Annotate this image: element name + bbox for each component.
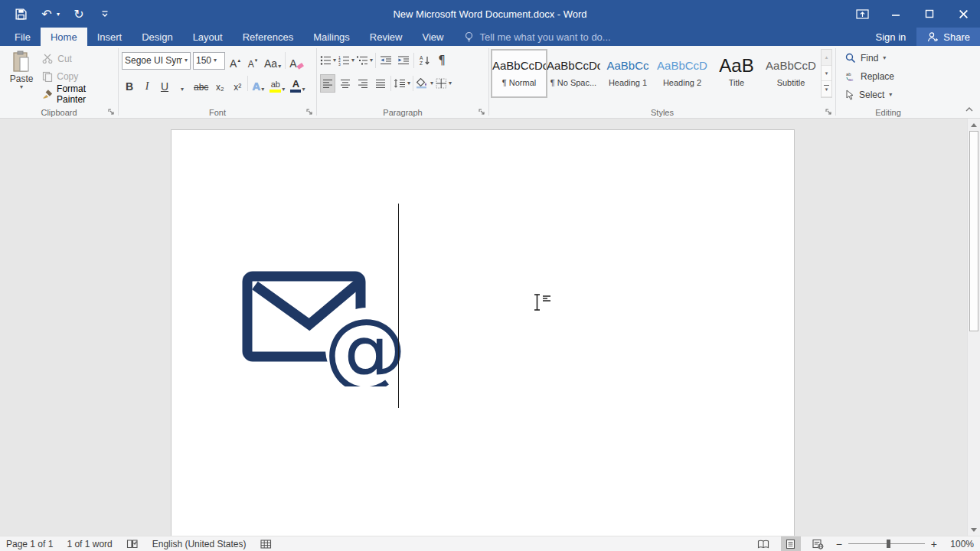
zoom-percentage[interactable]: 100% [945,539,974,549]
web-layout-button[interactable] [808,536,828,551]
italic-button[interactable]: I [139,74,155,93]
font-size-combo[interactable]: 150 ▾ [193,52,225,70]
clipboard-dialog-launcher[interactable] [106,107,116,116]
cut-button[interactable]: Cut [40,51,115,67]
word-count[interactable]: 1 of 1 word [67,536,112,551]
style-name: ¶ Normal [492,78,546,87]
tab-review[interactable]: Review [360,28,413,46]
show-hide-paragraph-button[interactable]: ¶ [434,51,449,70]
close-button[interactable] [946,0,980,28]
superscript-button[interactable]: x² [230,74,245,93]
share-button[interactable]: Share [916,28,980,46]
clear-formatting-button[interactable]: A [288,51,305,70]
align-center-button[interactable] [338,74,353,93]
font-dialog-launcher[interactable] [305,107,314,116]
sign-in-button[interactable]: Sign in [865,28,917,46]
bullets-button[interactable]: ▾ [320,51,336,70]
redo-button[interactable]: ↻ [67,3,90,24]
style-preview: AaBbCcD [655,54,709,78]
scrollbar-thumb[interactable] [969,131,978,331]
numbering-button[interactable]: 1 2 3 ▾ [338,51,354,70]
tab-view[interactable]: View [412,28,453,46]
maximize-button[interactable] [913,0,946,28]
font-color-caret: ▾ [302,86,305,93]
tab-insert[interactable]: Insert [87,28,132,46]
style-heading-1[interactable]: AaBbCc Heading 1 [601,51,655,96]
tab-home[interactable]: Home [41,28,87,46]
tab-design[interactable]: Design [132,28,182,46]
format-painter-button[interactable]: Format Painter [40,86,115,102]
underline-button[interactable]: U [157,74,172,93]
find-button[interactable]: Find ▾ [839,50,937,67]
justify-button[interactable] [373,74,388,93]
undo-dropdown[interactable]: ▾ [57,11,64,18]
sort-button[interactable]: A Z [416,51,432,70]
paste-button[interactable]: Paste ▾ [3,49,40,106]
zoom-out-button[interactable]: − [836,539,842,549]
bold-button[interactable]: B [122,74,137,93]
styles-scroll-down[interactable]: ▾ [822,66,831,82]
tab-mailings[interactable]: Mailings [303,28,360,46]
document-page[interactable]: @ [171,129,795,536]
styles-scroll-up[interactable]: ▴ [822,50,831,66]
zoom-in-button[interactable]: + [931,539,937,549]
paragraph-dialog-launcher[interactable] [477,107,486,116]
grow-font-button[interactable]: A▴ [227,51,243,70]
ribbon-display-options-button[interactable] [845,0,879,28]
styles-dialog-launcher[interactable] [824,107,833,116]
undo-button[interactable]: ↶ [35,3,58,24]
borders-button[interactable]: ▾ [436,74,452,93]
scroll-down-button[interactable] [968,523,980,536]
shrink-font-button[interactable]: A▾ [245,51,260,70]
decrease-indent-button[interactable] [378,51,394,70]
font-color-button[interactable]: A ▾ [289,74,306,93]
tab-file[interactable]: File [5,28,41,46]
line-spacing-caret: ▾ [407,80,410,86]
subscript-button[interactable]: x₂ [212,74,227,93]
align-right-button[interactable] [355,74,371,93]
style-name: Heading 1 [601,78,655,87]
strikethrough-button[interactable]: abc [192,74,210,93]
zoom-slider-handle[interactable] [887,540,890,548]
vertical-scrollbar[interactable] [967,119,980,536]
replace-button[interactable]: ab ac Replace [839,68,937,85]
style-heading-2[interactable]: AaBbCcD Heading 2 [655,51,709,96]
zoom-slider[interactable] [848,543,925,544]
line-spacing-button[interactable]: ▾ [394,74,410,93]
zoom-controls: − + [836,539,937,549]
style-subtitle[interactable]: AaBbCcD Subtitle [764,51,818,96]
style-title[interactable]: AaB Title [710,51,763,96]
select-button[interactable]: Select ▾ [839,86,937,103]
highlight-button[interactable]: ab ▾ [268,74,286,93]
text-effects-button[interactable]: A▾ [250,74,266,93]
font-name-combo[interactable]: Segoe UI Symb ▾ [122,52,191,70]
title-bar: ↶ ▾ ↻ New Microsoft Word Document.docx -… [0,0,980,28]
underline-dropdown[interactable]: ▾ [175,74,190,93]
page-indicator[interactable]: Page 1 of 1 [6,536,53,551]
language-indicator[interactable]: English (United States) [152,536,247,551]
save-button[interactable] [9,3,32,24]
shading-button[interactable]: ▾ [416,74,433,93]
copy-button[interactable]: Copy [40,68,115,84]
keyboard-grid-indicator[interactable] [260,536,272,551]
read-mode-button[interactable] [753,536,773,551]
print-layout-button[interactable] [781,536,801,551]
change-case-button[interactable]: Aa▾ [263,51,283,70]
style-no-spacing[interactable]: AaBbCcDc ¶ No Spac... [547,51,600,96]
tell-me-box[interactable]: Tell me what you want to do... [464,28,610,46]
ribbon-tab-row: File Home Insert Design Layout Reference… [0,28,980,46]
minimize-button[interactable] [879,0,913,28]
tab-layout[interactable]: Layout [183,28,233,46]
proofing-status[interactable] [126,536,139,551]
increase-indent-button[interactable] [396,51,411,70]
styles-more-button[interactable]: ▾ [822,81,831,97]
tab-references[interactable]: References [233,28,303,46]
style-normal[interactable]: AaBbCcDc ¶ Normal [492,51,546,96]
align-left-button[interactable] [320,74,335,93]
grow-caret: ▴ [237,57,240,64]
clipboard-group-label: Clipboard [0,108,118,117]
customize-qat-button[interactable] [93,3,116,24]
collapse-ribbon-button[interactable] [965,102,974,116]
scroll-up-button[interactable] [968,119,980,131]
multilevel-list-button[interactable]: ▾ [357,51,373,70]
